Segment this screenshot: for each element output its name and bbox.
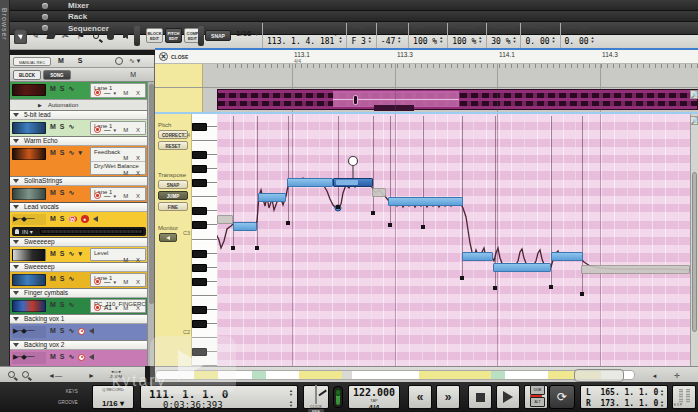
right-locator[interactable]: R 173. 1. 1. 0 xyxy=(586,399,658,408)
time-stepper[interactable]: ▲▼ xyxy=(289,400,293,408)
field-stepper[interactable]: ▲▼ xyxy=(338,36,342,44)
stop-button[interactable] xyxy=(468,385,492,409)
audio-clip[interactable] xyxy=(217,89,698,110)
track-name-header[interactable]: Warm Echo xyxy=(10,137,148,146)
mute-tool[interactable]: ⚑ xyxy=(74,29,87,44)
lane-record-icon[interactable] xyxy=(94,89,101,96)
input-meter-row[interactable]: IN ▾ xyxy=(12,227,146,236)
field-value[interactable]: 0. 00 xyxy=(565,37,589,46)
lane-automation-icon[interactable]: ∿ xyxy=(69,149,75,156)
pitch-note-unvoiced[interactable] xyxy=(217,215,233,224)
track-name-header[interactable]: Finger cymbals xyxy=(10,289,148,298)
overview-markers[interactable]: ◂ ✛ xyxy=(653,372,688,380)
automation-row[interactable]: ▶Automation xyxy=(10,99,148,110)
edit-mode-pitch-edit[interactable]: PITCHEDIT xyxy=(165,28,182,43)
play-button[interactable] xyxy=(496,385,520,409)
lane-automation-icon[interactable]: ∿ xyxy=(69,301,75,308)
note-boundary-marker[interactable] xyxy=(231,246,235,250)
device-image[interactable] xyxy=(12,122,46,134)
lane-mute-delete[interactable]: M X xyxy=(123,193,143,199)
field-value[interactable]: 0. 00 xyxy=(525,37,549,46)
track-warm-echo[interactable]: Warm EchoMS∿▾FeedbackM XDry/Wet BalanceM… xyxy=(10,137,148,176)
pitch-note-voiced[interactable] xyxy=(462,252,493,261)
track-mute-button[interactable]: M xyxy=(50,250,56,257)
field-stepper[interactable]: ▲▼ xyxy=(368,36,372,44)
close-pitch-edit-button[interactable]: ✕ CLOSE xyxy=(159,52,188,61)
lane-value[interactable]: — xyxy=(104,89,111,96)
track-mute-button[interactable]: M xyxy=(50,215,56,222)
lane-panel[interactable]: PC_110_FINGERCYMB...A1▾M X xyxy=(90,299,146,313)
track-solo-button[interactable]: S xyxy=(60,353,65,360)
note-boundary-marker[interactable] xyxy=(388,223,392,227)
track-solinastrings[interactable]: SolinaStringsMS∿Lane 1—▾M X xyxy=(10,177,148,202)
lane-mute-delete[interactable]: M X xyxy=(123,155,143,161)
lane-record-icon[interactable] xyxy=(78,354,85,361)
metronome-icon[interactable] xyxy=(315,385,317,404)
automation-expand-icon[interactable]: ▶ xyxy=(38,102,42,108)
param-lane-panel[interactable]: LevelM X xyxy=(90,248,146,261)
clip-zoom-icon[interactable]: 🔎 xyxy=(690,90,698,99)
note-boundary-marker[interactable] xyxy=(336,205,340,209)
collapse-triangle-icon[interactable] xyxy=(13,291,19,295)
track-name-header[interactable]: SolinaStrings xyxy=(10,177,148,186)
gear-icon[interactable] xyxy=(115,57,123,65)
lane-automation-icon[interactable]: ∿ xyxy=(69,123,75,130)
track-mute-button[interactable]: M xyxy=(50,85,56,92)
note-boundary-marker[interactable] xyxy=(371,211,375,215)
track-mute-button[interactable]: M xyxy=(50,301,56,308)
lane-automation-icon[interactable]: ∿ xyxy=(69,353,75,360)
position-stepper[interactable]: ▲▼ xyxy=(289,389,293,397)
track-backing-vox-2[interactable]: Backing vox 2MS∿ xyxy=(10,341,148,366)
loop-button[interactable]: ⟳ xyxy=(549,385,575,409)
block-mode-button[interactable]: BLOCK xyxy=(13,70,41,80)
browser-tab[interactable]: Browser xyxy=(0,0,10,366)
param-lane-panel[interactable]: FeedbackM XDry/Wet BalanceM X xyxy=(90,147,146,175)
note-boundary-marker[interactable] xyxy=(493,286,497,290)
click-level-fader[interactable] xyxy=(333,386,343,408)
track-solo-button[interactable]: S xyxy=(60,123,65,130)
black-key[interactable] xyxy=(192,348,207,356)
black-key[interactable] xyxy=(192,165,207,173)
monitor-speaker-icon[interactable] xyxy=(93,216,98,222)
track-name-header[interactable]: 5-bit lead xyxy=(10,111,148,120)
track-solo-button[interactable]: S xyxy=(60,327,65,334)
time-signature[interactable]: 4/4 xyxy=(349,403,399,412)
pitch-note-voiced[interactable] xyxy=(233,222,257,231)
field-stepper[interactable]: ▲▼ xyxy=(552,36,556,44)
track-name-header[interactable]: Sweeeeep xyxy=(10,263,148,272)
track-name-header[interactable]: Lead vocals xyxy=(10,203,148,212)
selection-arrow-tool[interactable] xyxy=(14,29,27,44)
track-solo-button[interactable]: S xyxy=(60,149,65,156)
zoom-in-icon[interactable] xyxy=(22,371,29,378)
window-dot-icon[interactable] xyxy=(42,3,48,9)
lane-panel[interactable]: Lane 1—▾M X xyxy=(90,273,146,287)
note-boundary-marker[interactable] xyxy=(421,225,425,229)
lane-dropdown-icon[interactable]: ▾ xyxy=(114,90,117,96)
track-solo-button[interactable]: S xyxy=(60,85,65,92)
pitch-note-voiced[interactable] xyxy=(388,197,463,206)
clip-loop-handle[interactable] xyxy=(353,95,358,105)
magnify-tool[interactable] xyxy=(89,29,102,44)
pitch-grid-scrollbar[interactable] xyxy=(690,114,698,366)
param-lane[interactable]: FeedbackM X xyxy=(91,148,145,162)
razor-tool[interactable]: ✂ xyxy=(59,29,72,44)
device-image[interactable] xyxy=(12,300,46,312)
alt-button[interactable]: ALT xyxy=(530,397,545,407)
song-minimap[interactable] xyxy=(155,370,635,380)
lane-panel[interactable]: Lane 1—▾M X xyxy=(90,187,146,201)
lane-record-icon[interactable] xyxy=(94,192,101,199)
pitch-note-unvoiced[interactable] xyxy=(581,265,690,274)
lane-mute-delete[interactable]: M X xyxy=(123,170,143,176)
field-value[interactable]: -47 xyxy=(381,37,395,46)
note-boundary-marker[interactable] xyxy=(580,292,584,296)
track-solo-button[interactable]: S xyxy=(60,189,65,196)
tempo-value[interactable]: 122.000 xyxy=(349,387,399,398)
lane-automation-icon[interactable]: ∿ xyxy=(69,275,75,282)
black-key[interactable] xyxy=(192,320,207,328)
pitch-note-unvoiced[interactable] xyxy=(372,188,386,197)
track-solo-button[interactable]: S xyxy=(60,250,65,257)
quantize-value-dropdown[interactable]: 1/16 ▾ xyxy=(102,399,124,408)
dub-button[interactable]: DUB xyxy=(530,385,545,395)
device-image[interactable] xyxy=(12,148,46,160)
hand-tool[interactable] xyxy=(104,29,117,44)
